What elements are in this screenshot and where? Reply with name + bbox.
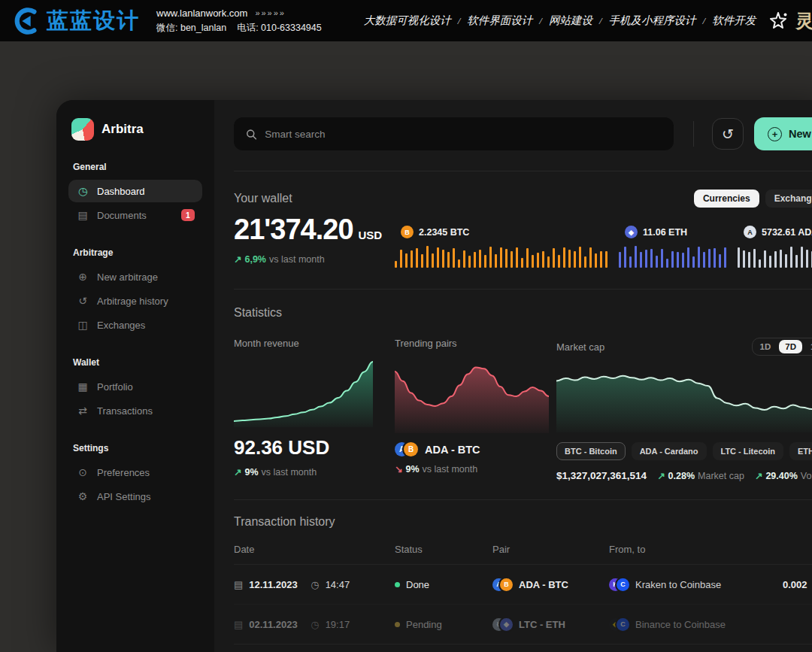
trend-up-icon: ↗ [234, 466, 241, 478]
wallet-holdings: B 2.2345 BTC ◆ 11.06 ETH A 5732.61 ADA [395, 226, 812, 268]
pill-ada-cardano[interactable]: ADA - Cardano [632, 442, 707, 460]
smart-search[interactable] [234, 117, 674, 150]
market-coin-pills: BTC - Bitcoin ADA - Cardano LTC - Liteco… [556, 442, 812, 460]
tx-route-cell: K C Kraken to Coinbase [609, 578, 783, 591]
history-icon: ↺ [722, 126, 734, 143]
cap-change-label: Market cap [698, 471, 744, 481]
plus-icon: + [768, 127, 782, 141]
holding-btc: B 2.2345 BTC [395, 226, 611, 268]
banner-phone: 电话: 010-63334945 [237, 22, 322, 35]
sidebar-item-exchanges[interactable]: ◫ Exchanges [68, 314, 202, 336]
trend-up-icon: ↗ [657, 470, 665, 481]
service-link-dev[interactable]: 软件开发 [712, 14, 756, 28]
portfolio-icon: ▦ [76, 381, 89, 393]
search-icon [246, 129, 256, 140]
sidebar-item-new-arbitrage[interactable]: ⊕ New arbitrage [68, 265, 202, 288]
trending-pairs-card: Trending pairs A B ADA - BTC ↘ 9% vs las… [395, 338, 549, 481]
transaction-history-title: Transaction history [234, 515, 812, 529]
sidebar-item-transactions[interactable]: ⇄ Transactions [68, 399, 202, 422]
sidebar-item-label: API Settings [97, 491, 151, 502]
table-row[interactable]: ▤ 29.10.2023 ◷ 04:23 Done A B ADA - BTC … [234, 644, 812, 652]
trend-up-icon: ↗ [755, 470, 762, 481]
sidebar-section-general: General [73, 162, 198, 172]
month-revenue-suffix: vs last month [262, 467, 317, 478]
ada-tick-chart [738, 245, 812, 268]
wallet-header: Your wallet Currencies Exchanges [234, 190, 812, 208]
lanlan-logo[interactable]: 蓝蓝设计 [12, 6, 140, 36]
column-date: Date [234, 544, 395, 555]
tx-pair-cell: Ł ◆ LTC - ETH [492, 618, 609, 631]
tx-time: 19:17 [326, 619, 350, 630]
history-button[interactable]: ↺ [712, 118, 744, 150]
pill-eth-ethereum[interactable]: ETH - Ethereum [789, 442, 812, 460]
exchange-box-icon: ◫ [76, 319, 89, 331]
service-separator: / [703, 15, 706, 27]
tx-amount-cell: 0.002 [783, 579, 812, 590]
sidebar-item-label: Documents [97, 210, 147, 221]
wallet-view-toggle: Currencies Exchanges [694, 190, 812, 208]
table-row[interactable]: ▤ 02.11.2023 ◷ 19:17 Pending Ł ◆ LTC - E… [234, 604, 812, 644]
exchanges-toggle[interactable]: Exchanges [765, 190, 812, 208]
holding-eth: ◆ 11.06 ETH [619, 226, 730, 268]
service-link-website[interactable]: 网站建设 [549, 14, 592, 28]
sidebar-item-dashboard[interactable]: ◷ Dashboard [68, 180, 202, 202]
month-revenue-label: Month revenue [234, 338, 373, 349]
document-icon: ▤ [76, 209, 89, 221]
volume-change-label: Volume (24h) [801, 471, 812, 481]
ada-amount: 5732.61 ADA [762, 227, 812, 238]
inspiration-collect-label: 灵感收集 [795, 9, 812, 33]
column-pair: Pair [492, 544, 609, 555]
trend-down-icon: ↘ [395, 463, 402, 475]
sidebar-item-portfolio[interactable]: ▦ Portfolio [68, 375, 202, 398]
trending-pair-name: ADA - BTC [425, 444, 480, 456]
banner-website-link[interactable]: www.lanlanwork.com [156, 8, 247, 19]
wallet-change-pct: 6,9% [244, 254, 266, 265]
clock-icon: ◷ [311, 619, 319, 630]
documents-badge: 1 [181, 209, 195, 221]
wallet-currency: USD [359, 229, 383, 241]
search-input[interactable] [265, 129, 662, 140]
sidebar-item-preferences[interactable]: ⊙ Preferences [68, 461, 202, 484]
status-dot-done [395, 582, 400, 587]
sidebar-item-arbitrage-history[interactable]: ↺ Arbitrage history [68, 290, 202, 312]
sidebar-item-documents[interactable]: ▤ Documents 1 [68, 204, 202, 226]
pill-btc-bitcoin[interactable]: BTC - Bitcoin [556, 442, 626, 460]
market-stats: $1,327,027,361,514 ↗ 0.28% Market cap ↗ … [556, 470, 812, 481]
new-arbitrage-button[interactable]: + New arbitrage [754, 117, 812, 150]
new-arbitrage-label: New arbitrage [789, 128, 812, 140]
trending-pct: 9% [405, 464, 419, 475]
pill-ltc-litecoin[interactable]: LTC - Litecoin [713, 442, 784, 460]
holding-ada: A 5732.61 ADA [738, 226, 812, 268]
range-1m[interactable]: 1M [804, 340, 812, 353]
preferences-icon: ⊙ [76, 466, 89, 478]
range-7d[interactable]: 7D [779, 340, 802, 353]
service-separator: / [539, 15, 542, 27]
btc-icon: B [404, 442, 418, 456]
range-1d[interactable]: 1D [754, 340, 777, 353]
service-link-bigdata[interactable]: 大数据可视化设计 [364, 14, 451, 28]
sidebar-item-label: Transactions [97, 405, 153, 417]
app-brand[interactable]: Arbitra [68, 118, 202, 141]
tx-pair: LTC - ETH [519, 619, 565, 630]
arbitra-logo-icon [71, 118, 94, 141]
calendar-icon: ▤ [234, 619, 243, 630]
table-row[interactable]: ▤ 12.11.2023 ◷ 14:47 Done A B ADA - BTC … [234, 564, 812, 604]
wallet-balance-block: 21'374.20 USD ↗ 6,9% vs last month [234, 214, 395, 268]
tx-pair: ADA - BTC [519, 579, 568, 590]
service-link-mobile[interactable]: 手机及小程序设计 [609, 14, 696, 28]
sidebar-item-label: Portfolio [97, 381, 133, 393]
wallet-title: Your wallet [234, 192, 292, 205]
lanlan-logo-text: 蓝蓝设计 [47, 6, 140, 36]
service-link-software-ui[interactable]: 软件界面设计 [467, 14, 532, 28]
btc-icon: B [500, 578, 513, 591]
column-from-to: From, to [609, 544, 783, 555]
tx-route-cell: ◆ C Binance to Coinbase [609, 618, 783, 631]
currencies-toggle[interactable]: Currencies [694, 190, 759, 208]
sidebar-item-label: Arbitrage history [97, 296, 168, 307]
inspiration-collect-link[interactable]: 灵感收集 [768, 9, 812, 33]
tx-date-cell: ▤ 02.11.2023 ◷ 19:17 [234, 619, 395, 630]
sidebar-item-api-settings[interactable]: ⚙ API Settings [68, 485, 202, 508]
sidebar-item-label: Dashboard [97, 186, 145, 197]
eth-amount: 11.06 ETH [643, 227, 687, 238]
section-divider [234, 499, 812, 500]
